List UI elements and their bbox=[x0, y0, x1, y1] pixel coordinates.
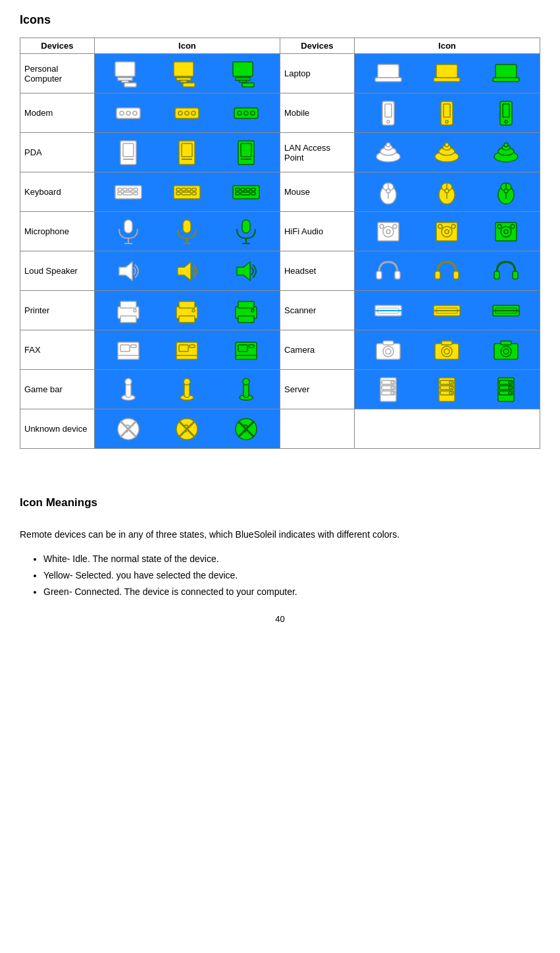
svg-text:?: ? bbox=[183, 423, 190, 434]
loud-speaker-icon bbox=[94, 251, 280, 291]
left-device-name: Printer bbox=[20, 291, 95, 330]
svg-rect-31 bbox=[385, 104, 392, 117]
table-row: Game bar Server bbox=[20, 370, 540, 409]
svg-rect-72 bbox=[192, 188, 196, 191]
svg-rect-63 bbox=[128, 188, 132, 191]
mobile-icon bbox=[354, 93, 540, 133]
left-device-name: Loud Speaker bbox=[20, 251, 95, 291]
svg-point-132 bbox=[134, 309, 136, 312]
svg-rect-152 bbox=[131, 345, 136, 348]
svg-point-21 bbox=[133, 111, 137, 115]
svg-text:?: ? bbox=[242, 423, 249, 434]
svg-rect-40 bbox=[123, 143, 134, 157]
svg-rect-43 bbox=[182, 143, 192, 157]
svg-rect-10 bbox=[240, 80, 246, 82]
mouse-icon bbox=[354, 172, 540, 212]
svg-point-23 bbox=[178, 111, 182, 115]
svg-rect-7 bbox=[183, 83, 195, 87]
svg-point-25 bbox=[191, 111, 195, 115]
svg-rect-135 bbox=[179, 316, 195, 322]
svg-rect-4 bbox=[174, 62, 193, 76]
personal-computer-icon bbox=[94, 54, 280, 93]
col-header-icon2: Icon bbox=[354, 38, 540, 54]
svg-rect-66 bbox=[123, 192, 132, 195]
svg-rect-156 bbox=[190, 345, 195, 348]
svg-point-179 bbox=[184, 378, 190, 385]
keyboard-icon bbox=[94, 172, 280, 212]
svg-rect-3 bbox=[124, 83, 136, 87]
svg-point-95 bbox=[504, 189, 508, 193]
camera-icon bbox=[354, 330, 540, 370]
svg-point-172 bbox=[503, 349, 509, 354]
lan-icon bbox=[354, 133, 540, 172]
server-icon bbox=[354, 370, 540, 409]
svg-rect-125 bbox=[435, 271, 440, 279]
right-device-name: Headset bbox=[280, 251, 354, 291]
empty-cell bbox=[354, 409, 540, 449]
col-header-devices2: Devices bbox=[280, 38, 354, 54]
svg-rect-71 bbox=[187, 188, 191, 191]
svg-point-20 bbox=[126, 111, 130, 115]
description-text: Remote devices can be in any of three st… bbox=[20, 528, 540, 542]
svg-point-87 bbox=[386, 189, 390, 193]
svg-point-201 bbox=[509, 381, 511, 384]
svg-rect-82 bbox=[241, 192, 250, 195]
svg-rect-8 bbox=[233, 62, 253, 76]
svg-point-114 bbox=[451, 224, 455, 228]
svg-rect-77 bbox=[236, 188, 240, 191]
svg-rect-102 bbox=[242, 220, 250, 233]
svg-rect-126 bbox=[453, 271, 459, 279]
svg-rect-153 bbox=[118, 355, 139, 359]
left-device-name: Keyboard bbox=[20, 172, 95, 212]
svg-point-194 bbox=[449, 381, 452, 384]
svg-point-136 bbox=[192, 309, 195, 312]
svg-rect-78 bbox=[241, 188, 245, 191]
svg-rect-75 bbox=[192, 192, 196, 195]
svg-point-51 bbox=[386, 143, 390, 147]
svg-rect-123 bbox=[376, 271, 382, 279]
left-device-name: Personal Computer bbox=[20, 54, 95, 93]
svg-point-91 bbox=[445, 189, 449, 193]
svg-rect-173 bbox=[501, 341, 511, 345]
svg-rect-161 bbox=[236, 355, 257, 359]
left-device-name: PDA bbox=[20, 133, 95, 172]
svg-rect-16 bbox=[496, 64, 517, 78]
page-title: Icons bbox=[20, 13, 540, 27]
table-row: Personal Computer Laptop bbox=[20, 54, 540, 93]
svg-point-196 bbox=[449, 392, 452, 394]
svg-point-202 bbox=[509, 386, 511, 389]
right-device-name: Laptop bbox=[280, 54, 354, 93]
svg-rect-157 bbox=[176, 355, 197, 359]
meaning-item: Green- Connected. The device is connecte… bbox=[43, 584, 540, 600]
svg-point-24 bbox=[185, 111, 189, 115]
right-device-name bbox=[280, 409, 354, 449]
svg-point-109 bbox=[393, 224, 397, 228]
svg-point-19 bbox=[120, 111, 124, 115]
svg-rect-81 bbox=[236, 192, 240, 195]
left-device-name: Modem bbox=[20, 93, 95, 133]
svg-rect-74 bbox=[182, 192, 191, 195]
svg-rect-67 bbox=[134, 192, 138, 195]
svg-point-112 bbox=[445, 230, 449, 234]
svg-rect-17 bbox=[493, 78, 519, 82]
right-device-name: Server bbox=[280, 370, 354, 409]
left-device-name: Unknown device bbox=[20, 409, 95, 449]
svg-rect-61 bbox=[118, 188, 122, 191]
svg-point-118 bbox=[497, 224, 501, 228]
svg-text:?: ? bbox=[124, 423, 131, 434]
svg-point-189 bbox=[391, 392, 394, 394]
table-row: Keyboard bbox=[20, 172, 540, 212]
svg-point-28 bbox=[244, 111, 248, 115]
svg-rect-69 bbox=[176, 188, 180, 191]
svg-rect-130 bbox=[120, 301, 136, 308]
svg-point-117 bbox=[504, 230, 508, 234]
svg-point-29 bbox=[251, 111, 255, 115]
microphone-icon bbox=[94, 212, 280, 251]
page-number: 40 bbox=[20, 614, 540, 624]
svg-marker-120 bbox=[119, 262, 132, 280]
col-header-devices1: Devices bbox=[20, 38, 95, 54]
icons-table: Devices Icon Devices Icon Personal Compu… bbox=[20, 38, 540, 449]
svg-point-195 bbox=[449, 386, 452, 389]
unknown-icon: ? ? ? bbox=[94, 409, 280, 449]
svg-point-35 bbox=[445, 120, 448, 123]
